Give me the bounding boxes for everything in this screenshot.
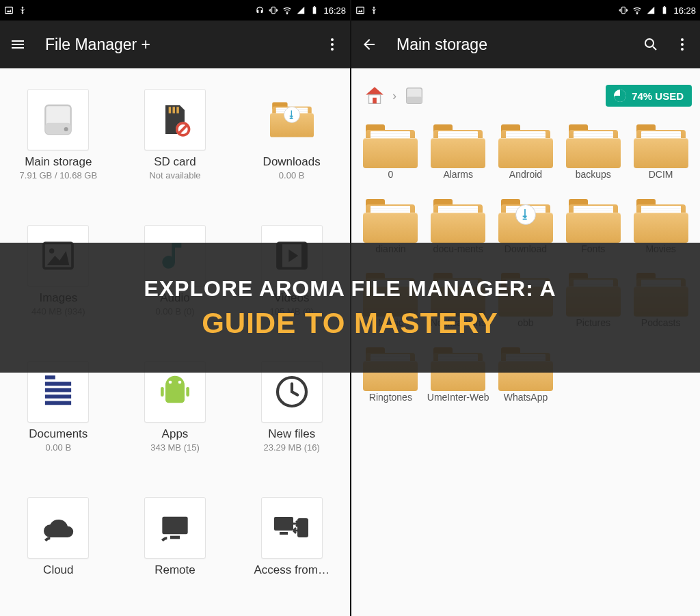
category-documents[interactable]: Documents0.00 B — [0, 354, 117, 490]
folder-label: Ringtones — [359, 392, 422, 403]
svg-rect-4 — [313, 7, 317, 14]
folder-item[interactable]: backups — [559, 120, 627, 192]
svg-rect-0 — [5, 7, 13, 13]
category-access[interactable]: Access from… — [233, 490, 350, 616]
remote-icon — [144, 497, 206, 559]
toolbar-left: File Manager + — [0, 21, 350, 68]
overflow-icon[interactable] — [674, 36, 690, 53]
folder-item[interactable]: Android — [492, 120, 560, 192]
crumb-drive[interactable] — [399, 81, 429, 111]
vibrate-icon — [619, 5, 628, 15]
signal-icon — [646, 5, 656, 15]
page-title: Main storage — [396, 36, 643, 54]
pie-icon — [614, 90, 626, 102]
category-label: Access from… — [237, 564, 346, 577]
category-label: Apps — [121, 428, 230, 441]
usage-label: 74% USED — [632, 90, 684, 102]
svg-rect-14 — [176, 107, 179, 113]
folder-icon — [634, 199, 688, 243]
folder-item[interactable]: DCIM — [627, 120, 695, 192]
svg-rect-46 — [373, 98, 377, 104]
svg-marker-36 — [358, 10, 363, 12]
image-icon — [4, 5, 14, 15]
folder-icon — [566, 124, 621, 168]
drive-icon — [27, 89, 89, 150]
category-sub: 0.00 B — [4, 442, 113, 453]
svg-rect-12 — [169, 107, 172, 113]
chevron-right-icon: › — [390, 89, 399, 103]
svg-point-43 — [681, 43, 684, 46]
svg-rect-48 — [407, 96, 422, 103]
search-icon[interactable] — [643, 36, 659, 53]
svg-point-8 — [331, 48, 334, 51]
category-sub: 23.29 MB (16) — [237, 442, 346, 453]
svg-point-38 — [637, 13, 638, 14]
folder-dl-icon: ⭳ — [261, 89, 323, 150]
usage-badge[interactable]: 74% USED — [606, 85, 692, 107]
category-new-files[interactable]: New files23.29 MB (16) — [233, 354, 350, 490]
svg-point-7 — [331, 43, 334, 46]
crumb-home[interactable] — [360, 81, 390, 111]
folder-icon — [566, 199, 621, 243]
breadcrumb: › 74% USED — [351, 68, 700, 118]
svg-rect-35 — [357, 7, 364, 13]
status-bar: 16:28 — [0, 0, 350, 21]
folder-icon — [498, 124, 553, 168]
wifi-icon — [282, 5, 292, 15]
svg-point-25 — [169, 381, 172, 384]
category-remote[interactable]: Remote — [117, 490, 234, 616]
category-apps[interactable]: Apps343 MB (15) — [117, 354, 234, 490]
svg-rect-32 — [274, 517, 293, 531]
category-sub: 343 MB (15) — [121, 442, 230, 453]
svg-point-11 — [64, 127, 68, 131]
category-sub: 7.91 GB / 10.68 GB — [4, 170, 113, 180]
category-label: New files — [237, 428, 346, 441]
status-time: 16:28 — [673, 5, 696, 16]
access-icon — [261, 497, 323, 559]
folder-label: 0 — [359, 170, 422, 180]
folder-label: backups — [562, 170, 625, 180]
folder-icon — [363, 124, 418, 168]
svg-point-3 — [287, 13, 288, 14]
folder-label: Alarms — [427, 170, 489, 180]
svg-rect-31 — [170, 536, 180, 539]
usb-icon — [369, 5, 379, 15]
folder-label: UmeInter-Web — [427, 392, 489, 403]
svg-marker-1 — [7, 10, 12, 12]
battery-icon — [310, 5, 319, 15]
category-downloads[interactable]: ⭳Downloads0.00 B — [233, 82, 350, 218]
category-sub: Not available — [121, 170, 230, 180]
svg-rect-39 — [663, 7, 667, 14]
svg-point-42 — [681, 38, 684, 41]
overlay-line2: Guide to Mastery — [202, 307, 498, 340]
folder-icon: ⭳ — [498, 199, 553, 243]
svg-rect-27 — [161, 387, 164, 397]
usb-icon — [18, 5, 27, 15]
category-sd-card[interactable]: SD cardNot available — [117, 82, 234, 218]
folder-label: Android — [494, 170, 557, 180]
folder-item[interactable]: 0 — [357, 120, 425, 192]
category-label: Main storage — [4, 156, 113, 169]
svg-rect-2 — [272, 7, 275, 13]
svg-rect-33 — [280, 532, 288, 535]
svg-rect-30 — [162, 517, 187, 535]
status-time: 16:28 — [323, 5, 346, 16]
svg-rect-13 — [172, 107, 175, 113]
folder-label: WhatsApp — [494, 392, 557, 403]
category-label: SD card — [121, 156, 230, 169]
toolbar-right: Main storage — [351, 21, 700, 68]
svg-rect-5 — [314, 6, 315, 7]
headset-icon — [255, 5, 265, 15]
category-cloud[interactable]: Cloud — [0, 490, 117, 616]
category-label: Downloads — [237, 156, 346, 169]
hamburger-icon[interactable] — [10, 36, 26, 53]
category-main-storage[interactable]: Main storage7.91 GB / 10.68 GB — [0, 82, 117, 218]
battery-icon — [660, 5, 669, 15]
folder-item[interactable]: Alarms — [425, 120, 492, 192]
category-label: Cloud — [4, 564, 113, 577]
overflow-icon[interactable] — [324, 36, 340, 53]
back-icon[interactable] — [361, 36, 377, 53]
svg-point-26 — [178, 381, 182, 384]
wifi-icon — [632, 5, 642, 15]
category-label: Documents — [4, 428, 113, 441]
